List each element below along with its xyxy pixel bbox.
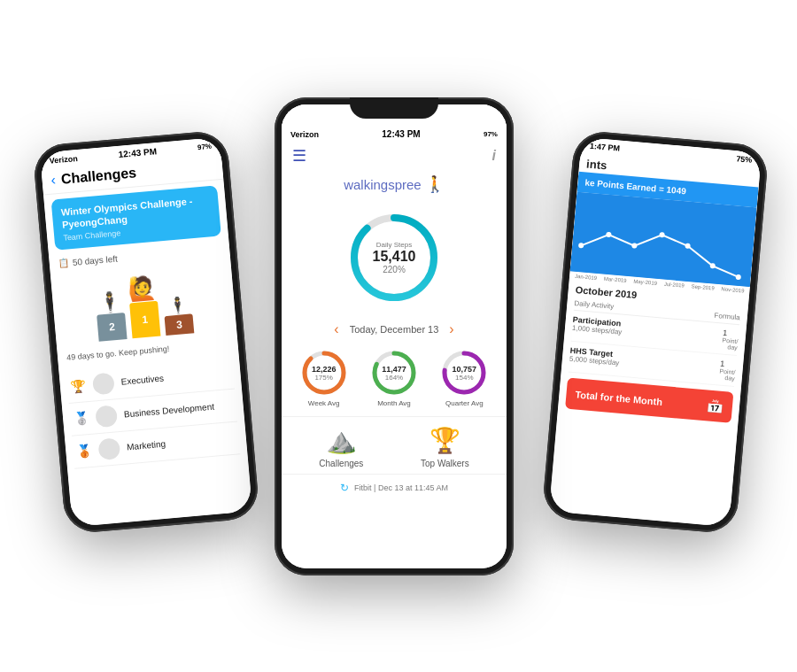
participation-formula-detail: Point/day [722, 337, 739, 351]
prev-date-button[interactable]: ‹ [334, 321, 338, 337]
mountain-icon: ⛰️ [326, 426, 357, 455]
trophy-gold-icon: 🏆 [70, 378, 86, 393]
left-carrier: Verizon [49, 154, 78, 166]
podium-figure-2: 🕴 2 [95, 290, 128, 342]
center-carrier: Verizon [290, 130, 319, 139]
steps-value: 15,410 [373, 249, 416, 265]
activity-table: Daily Activity Formula Participation 1,0… [561, 296, 748, 387]
steps-label: Daily Steps [373, 241, 416, 249]
quarter-avg-label: Quarter Avg [445, 399, 484, 407]
center-header: ☰ i [282, 143, 507, 169]
phone-left: Verizon 12:43 PM 97% ‹ Challenges Winter… [32, 129, 260, 534]
points-chart [570, 192, 757, 287]
top-walkers-label: Top Walkers [421, 459, 469, 468]
avatar-2 [95, 405, 118, 428]
steps-ring-container: Daily Steps 15,410 220% [282, 197, 507, 316]
center-battery: 97% [484, 130, 498, 138]
team-name-3: Marketing [127, 439, 166, 452]
steps-percent: 220% [373, 265, 416, 274]
back-button[interactable]: ‹ [50, 172, 57, 188]
stats-row: 12,226 175% Week Avg [282, 343, 507, 413]
quick-links: ⛰️ Challenges 🏆 Top Walkers [282, 416, 507, 474]
stat-week-avg: 12,226 175% Week Avg [299, 348, 349, 407]
podium-figure-1: 🙋 1 [127, 273, 160, 338]
week-avg-label: Week Avg [308, 399, 340, 407]
challenges-label: Challenges [319, 459, 363, 468]
week-avg-ring: 12,226 175% [299, 348, 349, 398]
trophy-bronze-icon: 🥉 [76, 444, 92, 459]
sync-bar: ↻ Fitbit | Dec 13 at 11:45 AM [282, 474, 507, 501]
right-battery: 75% [736, 154, 753, 165]
left-battery: 97% [197, 143, 213, 151]
podium-figure-3: 🕴 3 [163, 294, 195, 336]
month-avg-label: Month Avg [377, 399, 411, 407]
total-month-label: Total for the Month [575, 389, 662, 407]
date-navigation: ‹ Today, December 13 › [282, 316, 507, 343]
team-name-1: Executives [120, 374, 164, 387]
sync-text: Fitbit | Dec 13 at 11:45 AM [354, 483, 448, 492]
challenge-banner: Winter Olympics Challenge - PyeongChang … [51, 185, 221, 250]
calendar-icon: 📅 [705, 397, 724, 415]
brand-logo: walkingspree 🚶 [282, 169, 507, 197]
left-time: 12:43 PM [118, 146, 157, 159]
next-date-button[interactable]: › [449, 321, 453, 337]
trophy-ql-icon: 🏆 [429, 426, 460, 455]
current-date: Today, December 13 [350, 324, 439, 335]
ring-text: Daily Steps 15,410 220% [373, 241, 416, 274]
podium-area: 🕴 2 🙋 1 🕴 3 [50, 257, 237, 351]
right-time: 1:47 PM [590, 142, 621, 153]
runner-icon: 🚶 [425, 175, 445, 193]
month-avg-ring: 11,477 164% [369, 348, 419, 398]
team-name-2: Business Development [124, 402, 215, 420]
menu-icon[interactable]: ☰ [292, 146, 306, 166]
daily-steps-ring: Daily Steps 15,410 220% [341, 205, 447, 311]
center-time: 12:43 PM [382, 129, 420, 139]
page-title: Challenges [60, 165, 137, 187]
sync-icon: ↻ [340, 482, 349, 494]
stat-quarter-avg: 10,757 154% Quarter Avg [439, 348, 489, 407]
quarter-avg-ring: 10,757 154% [439, 348, 489, 398]
hhs-formula-detail: Point/day [719, 368, 736, 382]
info-icon[interactable]: i [492, 148, 496, 164]
stat-month-avg: 11,477 164% Month Avg [369, 348, 419, 407]
phone-center: Verizon 12:43 PM 97% ☰ i walkingspree 🚶 [275, 97, 514, 575]
scene: Verizon 12:43 PM 97% ‹ Challenges Winter… [0, 0, 797, 672]
phone-notch [350, 97, 438, 119]
challenges-link[interactable]: ⛰️ Challenges [319, 426, 363, 468]
avatar-3 [97, 437, 120, 460]
trophy-silver-icon: 🥈 [74, 411, 89, 426]
team-list: 🏆 Executives 🥈 Business Development 🥉 Ma… [58, 352, 248, 473]
top-walkers-link[interactable]: 🏆 Top Walkers [421, 426, 469, 468]
avatar-1 [92, 372, 115, 395]
phone-right: 1:47 PM 75% ints ke Points Earned = 1049 [541, 129, 770, 534]
